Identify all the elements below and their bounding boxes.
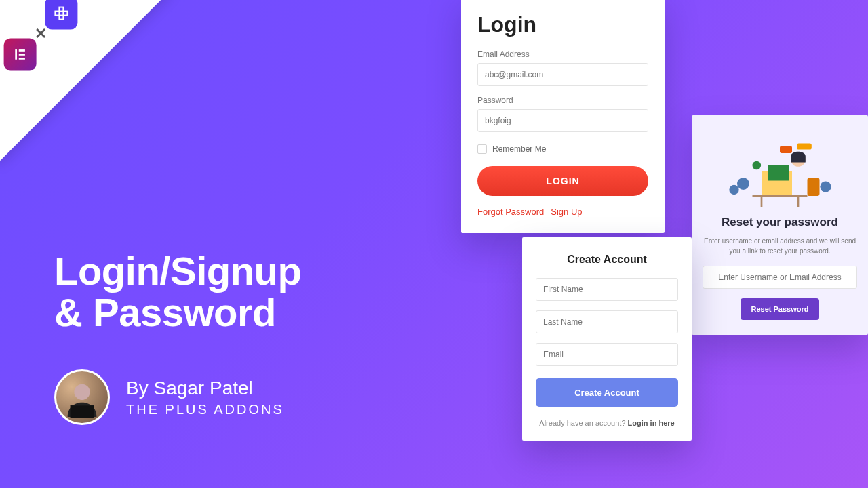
elementor-icon <box>4 38 37 70</box>
svg-rect-20 <box>780 146 792 153</box>
create-account-button[interactable]: Create Account <box>536 378 678 407</box>
brand-ribbon: ✕ <box>0 0 170 163</box>
password-input[interactable] <box>477 109 648 132</box>
svg-rect-11 <box>768 165 789 181</box>
login-here-link[interactable]: Login in here <box>628 419 675 427</box>
svg-rect-2 <box>19 54 25 56</box>
create-email-input[interactable] <box>536 343 678 366</box>
plus-addon-icon <box>45 0 77 30</box>
first-name-input[interactable] <box>536 278 678 301</box>
svg-point-17 <box>737 178 749 190</box>
reset-description: Enter username or email address and we w… <box>703 236 857 256</box>
svg-point-19 <box>820 181 831 192</box>
login-title: Login <box>477 12 648 37</box>
forgot-password-link[interactable]: Forgot Password <box>477 207 544 217</box>
create-title: Create Account <box>536 253 678 266</box>
headline-line-2: & Password <box>54 290 276 334</box>
cross-icon: ✕ <box>35 25 47 43</box>
author-avatar <box>54 369 110 425</box>
signup-link[interactable]: Sign Up <box>551 207 582 217</box>
reset-password-card: Reset your password Enter username or em… <box>692 115 868 335</box>
reset-illustration <box>703 127 857 209</box>
svg-rect-21 <box>797 144 812 150</box>
author-name: By Sagar Patel <box>126 378 284 399</box>
headline: Login/Signup & Password <box>54 251 301 333</box>
svg-point-22 <box>753 161 762 170</box>
svg-rect-1 <box>19 49 25 52</box>
reset-password-button[interactable]: Reset Password <box>741 298 820 320</box>
password-label: Password <box>477 96 648 105</box>
byline: By Sagar Patel THE PLUS ADDONS <box>54 369 284 425</box>
headline-line-1: Login/Signup <box>54 249 301 293</box>
remember-label: Remember Me <box>492 144 546 154</box>
brand-name: THE PLUS ADDONS <box>126 402 284 418</box>
cards-area: Reset your password Enter username or em… <box>461 0 868 488</box>
svg-rect-16 <box>808 178 820 196</box>
svg-rect-0 <box>15 49 17 60</box>
remember-me-row[interactable]: Remember Me <box>477 144 648 154</box>
svg-rect-7 <box>59 16 63 20</box>
reset-email-input[interactable] <box>703 266 857 289</box>
login-button[interactable]: LOGIN <box>477 166 648 196</box>
email-label: Email Address <box>477 49 648 59</box>
svg-point-18 <box>729 185 738 195</box>
reset-title: Reset your password <box>703 216 857 229</box>
last-name-input[interactable] <box>536 310 678 333</box>
login-card: Login Email Address Password Remember Me… <box>461 0 665 233</box>
remember-checkbox[interactable] <box>477 144 487 154</box>
already-account-text: Already have an account? Login in here <box>536 419 678 427</box>
svg-rect-3 <box>19 58 25 60</box>
svg-point-8 <box>74 384 90 400</box>
svg-rect-9 <box>71 405 94 418</box>
create-account-card: Create Account Create Account Already ha… <box>522 237 692 441</box>
email-input[interactable] <box>477 63 648 86</box>
